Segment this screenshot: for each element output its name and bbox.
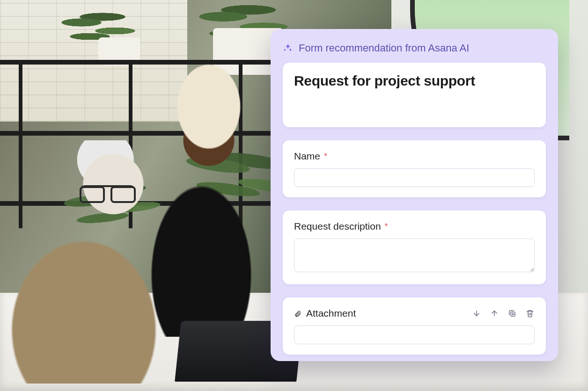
field-toolbar [472,309,535,318]
ai-form-panel: Form recommendation from Asana AI Reques… [271,29,558,361]
field-card-description[interactable]: Request description * [283,210,546,284]
attachment-input[interactable] [294,326,535,344]
panel-header-text: Form recommendation from Asana AI [299,42,469,54]
stage: Form recommendation from Asana AI Reques… [0,0,588,391]
move-up-button[interactable] [490,309,499,318]
field-label-name: Name * [294,151,535,162]
description-label-text: Request description [294,221,381,232]
duplicate-button[interactable] [507,309,517,318]
field-label-description: Request description * [294,221,535,232]
sparkle-icon [283,43,293,53]
panel-header: Form recommendation from Asana AI [283,42,546,54]
name-label-text: Name [294,151,320,162]
move-down-button[interactable] [472,309,481,318]
description-input[interactable] [294,239,535,272]
required-marker: * [385,222,388,232]
form-title-card[interactable]: Request for project support [283,63,546,127]
paperclip-icon [294,309,301,318]
attachment-label-text: Attachment [306,308,356,319]
field-card-attachment[interactable]: Attachment [283,297,546,355]
required-marker: * [324,152,327,161]
form-title: Request for project support [294,73,535,89]
delete-button[interactable] [525,309,535,318]
field-card-name[interactable]: Name * [283,140,546,197]
name-input[interactable] [294,168,535,187]
